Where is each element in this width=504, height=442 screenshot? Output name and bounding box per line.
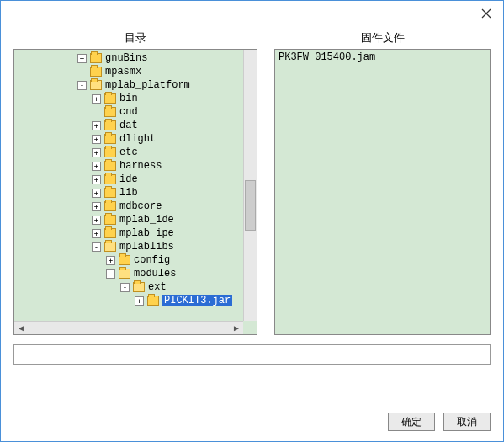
tree-row[interactable]: +ide [14,173,257,186]
tree-row[interactable]: +bin [14,92,257,105]
horizontal-scrollbar[interactable]: ◄ ► [14,321,243,334]
file-list[interactable]: PK3FW_015400.jam [274,49,491,335]
folder-icon [133,282,145,292]
folder-icon [90,80,102,90]
tree-item-label: harness [119,160,162,172]
folder-icon [104,147,116,157]
folder-icon [104,174,116,184]
tree-item-label: config [134,254,170,266]
tree-item-label: mdbcore [119,200,162,212]
tree-item-label: modules [134,268,176,280]
tree-item-label: mplablibs [119,241,174,253]
tree-container: +gnuBinsmpasmx-mplab_platform+bincnd+dat… [13,49,257,335]
expand-icon[interactable]: + [92,189,101,198]
tree-row[interactable]: +dlight [14,132,257,146]
folder-icon [147,296,159,306]
expand-icon[interactable]: + [92,216,101,225]
tree-item-label: mplab_ipe [119,227,174,239]
expand-icon[interactable]: + [92,148,101,157]
tree-item-label: dat [119,120,138,131]
directory-panel: 目录 +gnuBinsmpasmx-mplab_platform+bincnd+… [13,30,257,335]
tree-row[interactable]: mpasmx [14,65,257,78]
button-row: 确定 取消 [388,413,491,431]
tree-row[interactable]: +gnuBins [14,51,257,65]
tree-item-label: cnd [119,106,138,118]
folder-icon [104,242,116,252]
expand-icon[interactable]: + [77,54,87,63]
expand-icon[interactable]: + [92,202,101,211]
folder-icon [104,215,116,225]
expand-icon[interactable]: + [92,135,101,144]
list-item[interactable]: PK3FW_015400.jam [279,51,486,65]
directory-title: 目录 [13,30,257,45]
tree-item-label: mpasmx [105,66,141,77]
tree-item-label: etc [119,146,138,158]
folder-icon [90,53,102,63]
tree-row[interactable]: -mplablibs [14,240,257,253]
tree-row[interactable]: +mplab_ide [14,213,257,226]
folder-icon [104,93,116,104]
folder-icon [119,269,130,279]
titlebar [1,1,503,26]
tree-row[interactable]: +mdbcore [14,200,257,213]
scrollbar-thumb[interactable] [245,180,256,231]
vertical-scrollbar[interactable] [243,50,257,321]
folder-icon [104,107,116,117]
folder-icon [104,161,116,171]
expand-icon[interactable]: + [92,121,101,130]
tree-item-label: PICKIT3.jar [162,295,232,306]
tree-item-label: bin [119,93,138,104]
expand-icon[interactable]: + [135,296,144,306]
expand-icon[interactable]: + [106,256,115,265]
tree-item-label: mplab_platform [105,79,190,91]
expand-icon[interactable]: + [92,94,101,104]
collapse-icon[interactable]: - [106,269,115,279]
collapse-icon[interactable]: - [77,81,87,90]
collapse-icon[interactable]: - [92,242,101,252]
tree-row[interactable]: -modules [14,267,257,280]
collapse-icon[interactable]: - [120,283,130,292]
dialog-window: 目录 +gnuBinsmpasmx-mplab_platform+bincnd+… [0,0,504,442]
tree-row[interactable]: +harness [14,159,257,173]
folder-icon [104,120,116,130]
tree-item-label: ide [119,173,138,185]
content-area: 目录 +gnuBinsmpasmx-mplab_platform+bincnd+… [1,26,503,335]
folder-icon [104,228,116,238]
scroll-left-arrow[interactable]: ◄ [14,322,28,333]
tree-row[interactable]: -ext [14,280,257,294]
tree-row[interactable]: +dat [14,119,257,132]
tree-row[interactable]: +lib [14,186,257,200]
folder-icon [104,201,116,211]
scroll-right-arrow[interactable]: ► [230,322,243,333]
tree-row[interactable]: +config [14,253,257,267]
tree-item-label: lib [119,187,138,199]
directory-tree: +gnuBinsmpasmx-mplab_platform+bincnd+dat… [14,50,257,309]
close-button[interactable] [470,2,503,25]
folder-icon [104,134,116,144]
path-input[interactable] [13,344,491,365]
folder-icon [90,67,102,77]
expand-icon[interactable]: + [92,229,101,238]
tree-item-label: mplab_ide [119,214,174,226]
tree-row[interactable]: cnd [14,105,257,119]
tree-row[interactable]: +mplab_ipe [14,226,257,240]
folder-icon [119,255,130,265]
tree-row[interactable]: -mplab_platform [14,78,257,92]
tree-row[interactable]: +etc [14,146,257,159]
ok-button[interactable]: 确定 [388,413,435,431]
file-title: 固件文件 [274,30,491,45]
tree-item-label: ext [148,281,167,293]
folder-icon [104,188,116,198]
expand-icon[interactable]: + [92,162,101,171]
cancel-button[interactable]: 取消 [443,413,491,431]
close-icon [481,8,491,19]
expand-icon[interactable]: + [92,175,101,184]
tree-item-label: dlight [119,133,156,145]
tree-row[interactable]: +PICKIT3.jar [14,294,257,307]
tree-scroll[interactable]: +gnuBinsmpasmx-mplab_platform+bincnd+dat… [14,50,257,321]
tree-item-label: gnuBins [105,52,147,64]
file-panel: 固件文件 PK3FW_015400.jam [274,30,491,335]
